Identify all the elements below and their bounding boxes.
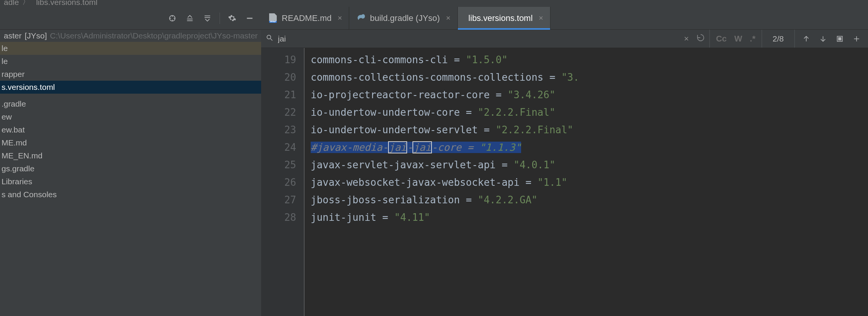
gear-icon[interactable]	[227, 13, 237, 24]
tree-item[interactable]: .gradle	[0, 97, 261, 110]
tree-item[interactable]: gs.gradle	[0, 162, 261, 175]
breadcrumb: adle 〉 libs.versions.toml	[0, 0, 868, 7]
project-name: aster	[4, 31, 22, 40]
project-bracket: [JYso]	[25, 31, 47, 40]
collapse-all-icon[interactable]	[202, 13, 213, 24]
project-tool-window: aster [JYso] C:\Users\Administrator\Desk…	[0, 7, 261, 316]
markdown-file-icon: MD	[268, 13, 278, 23]
code-line[interactable]: commons-collections-commons-collections …	[305, 69, 868, 86]
close-tab-icon[interactable]: ×	[446, 14, 451, 22]
prev-match-icon[interactable]	[802, 35, 810, 43]
line-gutter: 19202122232425262728	[261, 48, 304, 316]
regex-toggle[interactable]: .*	[750, 34, 756, 44]
tree-item[interactable]: s.versions.toml	[0, 81, 261, 94]
tree-item[interactable]	[0, 94, 261, 97]
select-all-occurrences-icon[interactable]	[836, 35, 844, 43]
project-toolbar	[0, 7, 261, 30]
expand-all-icon[interactable]	[185, 13, 195, 24]
code-line[interactable]: io-undertow-undertow-core = "2.2.2.Final…	[305, 104, 868, 121]
editor-tab[interactable]: MDREADME.md×	[261, 7, 349, 29]
project-root-row[interactable]: aster [JYso] C:\Users\Administrator\Desk…	[0, 30, 261, 42]
tab-label: README.md	[282, 13, 332, 23]
next-match-icon[interactable]	[819, 35, 827, 43]
find-bar: × Cc W .* 2/8	[261, 30, 868, 48]
search-icon	[266, 34, 273, 43]
add-search-icon[interactable]	[853, 35, 860, 43]
tree-item[interactable]: ew.bat	[0, 123, 261, 136]
tree-item[interactable]: ME.md	[0, 136, 261, 149]
tree-item[interactable]: Libraries	[0, 175, 261, 188]
code-line[interactable]: commons-cli-commons-cli = "1.5.0"	[305, 51, 868, 69]
tree-item[interactable]: ew	[0, 110, 261, 123]
svg-point-10	[267, 35, 271, 39]
editor-tabs: MDREADME.md×build.gradle (JYso)×libs.ver…	[261, 7, 868, 30]
code-line[interactable]: javax-servlet-javax-servlet-api = "4.0.1…	[305, 156, 868, 174]
code-line[interactable]: jboss-jboss-serialization = "4.2.2.GA"	[305, 191, 868, 209]
tab-label: build.gradle (JYso)	[370, 13, 440, 23]
editor-tab[interactable]: build.gradle (JYso)×	[349, 7, 457, 29]
tree-item[interactable]: s and Consoles	[0, 188, 261, 201]
code-line[interactable]: io-projectreactor-reactor-core = "3.4.26…	[305, 86, 868, 104]
svg-line-11	[271, 39, 273, 41]
project-tree[interactable]: lelerappers.versions.toml.gradleewew.bat…	[0, 42, 261, 316]
code-line[interactable]: javax-websocket-javax-websocket-api = "1…	[305, 174, 868, 191]
breadcrumb-seg[interactable]: adle	[4, 0, 19, 7]
whole-word-toggle[interactable]: W	[734, 34, 742, 44]
match-case-toggle[interactable]: Cc	[716, 34, 727, 44]
search-input[interactable]	[278, 34, 676, 43]
breadcrumb-seg[interactable]: libs.versions.toml	[36, 0, 98, 7]
search-result-count: 2/8	[762, 30, 795, 48]
code-editor[interactable]: 19202122232425262728 commons-cli-commons…	[261, 48, 868, 316]
svg-rect-15	[839, 37, 841, 40]
gradle-file-icon	[356, 13, 366, 24]
search-history-icon[interactable]	[696, 34, 705, 44]
code-line[interactable]: junit-junit = "4.11"	[305, 209, 868, 226]
tab-label: libs.versions.toml	[468, 13, 533, 23]
clear-search-icon[interactable]: ×	[681, 34, 692, 44]
close-tab-icon[interactable]: ×	[539, 14, 543, 22]
tree-item[interactable]: le	[0, 42, 261, 55]
close-tab-icon[interactable]: ×	[338, 14, 342, 22]
chevron-right-icon: 〉	[22, 0, 30, 7]
tree-item[interactable]: rapper	[0, 68, 261, 81]
tree-item[interactable]: le	[0, 55, 261, 68]
hide-icon[interactable]	[244, 13, 255, 24]
code-line[interactable]: #javax-media-jai-jai-core = "1.1.3"	[305, 139, 868, 156]
select-opened-file-icon[interactable]	[167, 13, 178, 24]
project-path: C:\Users\Administrator\Desktop\gradlepro…	[50, 31, 258, 40]
tree-item[interactable]: ME_EN.md	[0, 149, 261, 162]
editor-tab[interactable]: libs.versions.toml×	[458, 7, 550, 29]
code-line[interactable]: io-undertow-undertow-servlet = "2.2.2.Fi…	[305, 121, 868, 139]
